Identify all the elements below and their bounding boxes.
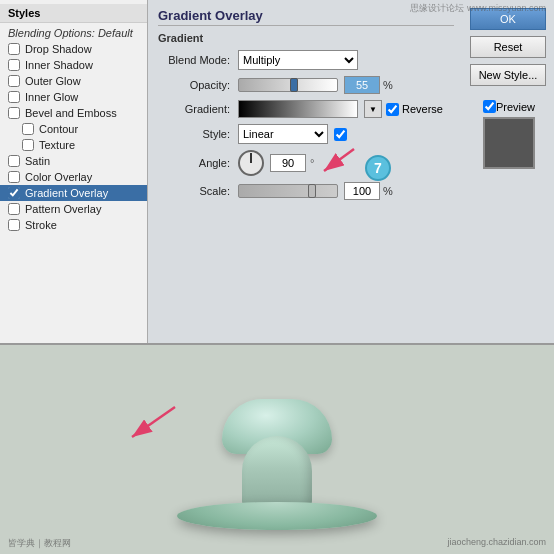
sidebar-item-contour[interactable]: Contour xyxy=(0,121,147,137)
preview-swatch xyxy=(483,117,535,169)
bottom-area: 皆学典｜教程网 jiaocheng.chazidian.com xyxy=(0,345,554,554)
preview-container: Preview xyxy=(470,100,548,169)
sidebar-item-satin[interactable]: Satin xyxy=(0,153,147,169)
bevel-emboss-checkbox[interactable] xyxy=(8,107,20,119)
new-style-button[interactable]: New Style... xyxy=(470,64,546,86)
style-label: Style: xyxy=(158,128,238,140)
align-checkbox[interactable] xyxy=(334,128,347,141)
gradient-overlay-checkbox[interactable] xyxy=(8,187,20,199)
blend-mode-row: Blend Mode: Multiply Normal Screen Overl… xyxy=(158,50,454,70)
gradient-swatch[interactable] xyxy=(238,100,358,118)
reset-button[interactable]: Reset xyxy=(470,36,546,58)
scale-label: Scale: xyxy=(158,185,238,197)
watermark-top: 思缘设计论坛 www.missyuan.com xyxy=(410,2,546,15)
sidebar-item-gradient-overlay[interactable]: Gradient Overlay xyxy=(0,185,147,201)
main-panel: Gradient Overlay Gradient Blend Mode: Mu… xyxy=(148,0,464,343)
gradient-row: Gradient: ▼ Reverse xyxy=(158,100,454,118)
opacity-input[interactable] xyxy=(344,76,380,94)
sidebar: Styles Blending Options: Default Drop Sh… xyxy=(0,0,148,343)
contour-checkbox[interactable] xyxy=(22,123,34,135)
inner-glow-checkbox[interactable] xyxy=(8,91,20,103)
sidebar-item-stroke[interactable]: Stroke xyxy=(0,217,147,233)
sidebar-item-inner-glow[interactable]: Inner Glow xyxy=(0,89,147,105)
preview-label: Preview xyxy=(496,101,535,113)
reverse-label: Reverse xyxy=(402,103,443,115)
texture-checkbox[interactable] xyxy=(22,139,34,151)
sidebar-title: Styles xyxy=(0,4,147,23)
sidebar-item-drop-shadow[interactable]: Drop Shadow xyxy=(0,41,147,57)
style-select[interactable]: Linear Radial Angle Reflected Diamond xyxy=(238,124,328,144)
sidebar-section-title: Blending Options: Default xyxy=(0,23,147,41)
style-row: Style: Linear Radial Angle Reflected Dia… xyxy=(158,124,454,144)
sidebar-item-inner-shadow[interactable]: Inner Shadow xyxy=(0,57,147,73)
scale-row: Scale: % xyxy=(158,182,454,200)
angle-input[interactable] xyxy=(270,154,306,172)
watermark-right: jiaocheng.chazidian.com xyxy=(447,537,546,550)
svg-line-3 xyxy=(132,407,175,437)
blend-mode-label: Blend Mode: xyxy=(158,54,238,66)
pattern-overlay-checkbox[interactable] xyxy=(8,203,20,215)
preview-checkbox[interactable] xyxy=(483,100,496,113)
opacity-percent: % xyxy=(383,79,393,91)
align-container xyxy=(334,128,347,141)
mushroom-base xyxy=(177,502,377,530)
angle-dial[interactable] xyxy=(238,150,264,176)
blend-mode-select[interactable]: Multiply Normal Screen Overlay xyxy=(238,50,358,70)
opacity-row: Opacity: % xyxy=(158,76,454,94)
mushroom-arrow xyxy=(120,402,180,454)
mushroom-container xyxy=(167,370,387,530)
stroke-checkbox[interactable] xyxy=(8,219,20,231)
sidebar-item-bevel-emboss[interactable]: Bevel and Emboss xyxy=(0,105,147,121)
gradient-dropdown-btn[interactable]: ▼ xyxy=(364,100,382,118)
outer-glow-checkbox[interactable] xyxy=(8,75,20,87)
inner-shadow-checkbox[interactable] xyxy=(8,59,20,71)
section-subtitle: Gradient xyxy=(158,32,454,44)
sidebar-item-pattern-overlay[interactable]: Pattern Overlay xyxy=(0,201,147,217)
opacity-slider[interactable] xyxy=(238,78,338,92)
sidebar-item-color-overlay[interactable]: Color Overlay xyxy=(0,169,147,185)
right-buttons: OK Reset New Style... Preview xyxy=(464,0,554,343)
reverse-checkbox[interactable] xyxy=(386,103,399,116)
watermark-bottom: 皆学典｜教程网 jiaocheng.chazidian.com xyxy=(0,537,554,550)
reverse-container: Reverse xyxy=(386,103,443,116)
drop-shadow-checkbox[interactable] xyxy=(8,43,20,55)
gradient-label: Gradient: xyxy=(158,103,238,115)
angle-dial-line xyxy=(250,153,252,163)
satin-checkbox[interactable] xyxy=(8,155,20,167)
color-overlay-checkbox[interactable] xyxy=(8,171,20,183)
dialog-area: Styles Blending Options: Default Drop Sh… xyxy=(0,0,554,345)
badge-7: 7 xyxy=(365,155,391,181)
opacity-slider-thumb[interactable] xyxy=(290,78,298,92)
preview-row: Preview xyxy=(483,100,535,113)
angle-label: Angle: xyxy=(158,157,238,169)
watermark-left: 皆学典｜教程网 xyxy=(8,537,71,550)
scale-percent: % xyxy=(383,185,393,197)
sidebar-item-texture[interactable]: Texture xyxy=(0,137,147,153)
pink-arrow-annotation xyxy=(310,145,360,187)
svg-line-1 xyxy=(324,149,354,171)
sidebar-item-outer-glow[interactable]: Outer Glow xyxy=(0,73,147,89)
angle-row: Angle: ° xyxy=(158,150,454,176)
opacity-label: Opacity: xyxy=(158,79,238,91)
